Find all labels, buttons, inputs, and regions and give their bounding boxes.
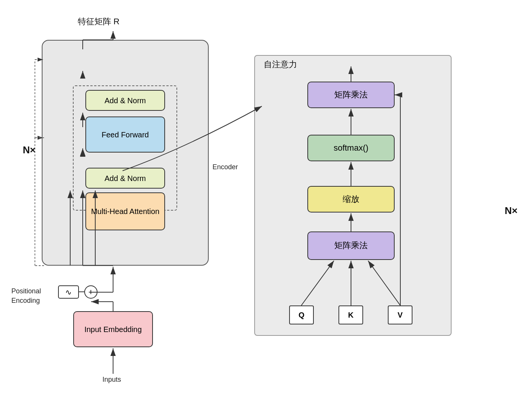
inputs-label: Inputs [102,376,121,384]
input-embedding-block: Input Embedding [73,311,153,347]
positional-encoding-label: PositionalEncoding [11,287,41,305]
n-times-right-label: N× [505,205,518,217]
add-norm-bottom-block: Add & Norm [85,168,165,189]
plus-circle-icon: + [84,285,98,299]
add-norm-top-block: Add & Norm [85,90,165,111]
v-box: V [388,305,412,324]
q-box: Q [289,305,314,324]
encoder-box: Add & Norm Feed Forward Add & Norm Multi… [42,40,209,266]
k-box: K [338,305,363,324]
sa-scale-block: 缩放 [307,186,395,213]
self-attention-title: 自注意力 [264,59,297,70]
encoder-label: Encoder [212,163,238,171]
multi-head-attention-block: Multi-Head Attention [85,192,165,230]
feed-forward-block: Feed Forward [85,116,165,153]
sa-softmax-block: softmax() [307,135,395,161]
sa-matrix-mul-top-block: 矩阵乘法 [307,82,395,108]
n-times-left-label: N× [23,144,36,156]
feature-matrix-label: 特征矩阵 R [78,16,120,27]
diagram-container: 特征矩阵 R N× Add & Norm Feed Forward Add & … [0,0,532,403]
sa-matrix-mul-bottom-block: 矩阵乘法 [307,231,395,260]
sine-wave-icon: ∿ [58,285,79,299]
